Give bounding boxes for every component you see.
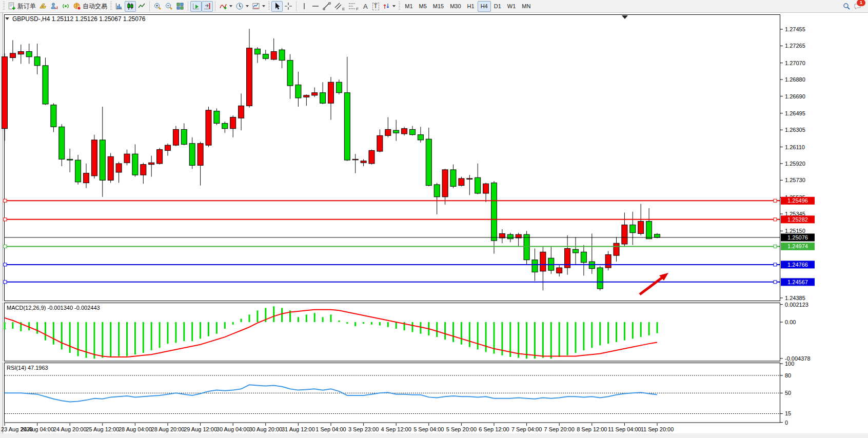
hline-handle[interactable] bbox=[774, 245, 777, 248]
hline-handle[interactable] bbox=[4, 218, 7, 221]
price-axis-label: 1.25730 bbox=[785, 177, 805, 183]
zoom-in-button[interactable] bbox=[152, 1, 163, 12]
timeframe-D1[interactable]: D1 bbox=[491, 1, 504, 12]
tile-windows-button[interactable] bbox=[174, 1, 186, 12]
hline-handle[interactable] bbox=[774, 281, 777, 284]
hline-handle[interactable] bbox=[4, 199, 7, 202]
date-axis-label: 7 Sep 04:00 bbox=[511, 426, 542, 432]
fibonacci-tool-button[interactable]: F bbox=[346, 1, 360, 12]
candle-body bbox=[108, 156, 113, 180]
candle-body bbox=[450, 170, 456, 186]
crosshair-icon bbox=[284, 2, 292, 10]
zoom-out-button[interactable] bbox=[163, 1, 174, 12]
new-order-button[interactable]: 新订单 bbox=[6, 1, 37, 12]
candle-body bbox=[157, 150, 163, 164]
candle-body bbox=[507, 234, 513, 239]
timeframe-M15[interactable]: M15 bbox=[430, 1, 447, 12]
notification-badge: 1 bbox=[857, 0, 865, 6]
hline-handle[interactable] bbox=[4, 263, 7, 266]
candle-body bbox=[247, 48, 252, 106]
timeframe-M30[interactable]: M30 bbox=[447, 1, 464, 12]
trendline-tool-button[interactable] bbox=[321, 1, 332, 12]
price-axis-label: 1.26495 bbox=[785, 110, 805, 116]
timeframe-M1[interactable]: M1 bbox=[402, 1, 416, 12]
crosshair-tool-button[interactable] bbox=[283, 1, 294, 12]
candlestick-chart-button[interactable] bbox=[125, 1, 136, 12]
candle-body bbox=[369, 150, 374, 164]
candle-body bbox=[312, 93, 318, 95]
candle-body bbox=[605, 254, 611, 268]
hline-handle[interactable] bbox=[4, 281, 7, 284]
price-tag-label: 1.25282 bbox=[787, 216, 808, 223]
chart-title: GBPUSD-,H4 1.25112 1.25126 1.25067 1.250… bbox=[12, 15, 146, 23]
candle-body bbox=[173, 129, 179, 145]
price-axis-label: 1.26690 bbox=[785, 93, 805, 99]
vertical-line-tool-button[interactable] bbox=[299, 1, 310, 12]
autotrade-button[interactable]: 自动交易 bbox=[71, 1, 109, 12]
equidistant-channel-tool-button[interactable]: E bbox=[332, 1, 346, 12]
candle-body bbox=[581, 252, 586, 262]
hline-handle[interactable] bbox=[4, 245, 7, 248]
candle-body bbox=[352, 159, 358, 160]
templates-button[interactable] bbox=[250, 1, 267, 12]
candle-body bbox=[279, 50, 285, 60]
auto-scroll-button[interactable] bbox=[190, 1, 202, 12]
text-label-tool-button[interactable]: T bbox=[370, 1, 381, 12]
notifications-button[interactable]: 1 bbox=[852, 1, 863, 12]
text-label-tool-icon: T bbox=[372, 3, 379, 10]
candle-body bbox=[271, 52, 277, 59]
chart-shift-button[interactable] bbox=[202, 1, 213, 12]
chart-window: 1.274551.272651.270701.268801.266901.264… bbox=[0, 13, 868, 438]
candle-body bbox=[655, 234, 660, 237]
candle-body bbox=[214, 111, 220, 124]
candle-body bbox=[10, 53, 15, 58]
autotrade-label: 自动交易 bbox=[83, 2, 107, 11]
candle-body bbox=[418, 135, 423, 140]
trader-button[interactable] bbox=[49, 1, 60, 12]
candle-body bbox=[59, 127, 65, 159]
hline-handle[interactable] bbox=[774, 218, 777, 221]
timeframe-H4[interactable]: H4 bbox=[478, 1, 491, 12]
timeframe-H1[interactable]: H1 bbox=[464, 1, 478, 12]
tile-windows-icon bbox=[176, 2, 184, 10]
date-axis-label: 29 Aug 12:00 bbox=[184, 426, 217, 432]
price-axis-label: 1.25920 bbox=[785, 161, 805, 167]
chart-canvas[interactable]: 1.274551.272651.270701.268801.266901.264… bbox=[0, 13, 868, 438]
search-icon bbox=[842, 2, 851, 10]
line-chart-button[interactable] bbox=[136, 1, 147, 12]
timeframe-MN[interactable]: MN bbox=[519, 1, 534, 12]
candle-body bbox=[84, 173, 89, 183]
rsi-axis-label: 0 bbox=[785, 420, 788, 426]
candle-body bbox=[132, 154, 138, 175]
candlestick-chart-icon bbox=[126, 2, 134, 10]
new-order-label: 新订单 bbox=[17, 2, 36, 11]
arrows-tool-button[interactable] bbox=[381, 1, 397, 12]
candle-body bbox=[198, 144, 203, 166]
candle-body bbox=[491, 183, 497, 241]
price-axis-label: 1.26110 bbox=[785, 144, 805, 150]
candle-body bbox=[287, 61, 293, 86]
hline-handle[interactable] bbox=[774, 263, 777, 266]
signal-button[interactable] bbox=[60, 1, 71, 12]
date-axis-label: 24 Aug 04:00 bbox=[21, 426, 54, 432]
bar-chart-button[interactable] bbox=[113, 1, 125, 12]
rsi-axis-label: 15 bbox=[785, 410, 791, 416]
indicators-button[interactable] bbox=[218, 1, 234, 12]
autotrade-globe-icon bbox=[73, 2, 81, 10]
periods-button[interactable] bbox=[234, 1, 250, 12]
candle-body bbox=[614, 243, 619, 255]
candle-body bbox=[91, 140, 97, 176]
cursor-tool-button[interactable] bbox=[271, 1, 283, 12]
gold-button[interactable] bbox=[37, 1, 49, 12]
horizontal-line-tool-button[interactable] bbox=[310, 1, 321, 12]
channel-sub-label: E bbox=[342, 7, 345, 11]
search-button[interactable] bbox=[841, 1, 852, 12]
hline-handle[interactable] bbox=[774, 199, 777, 202]
candle-body bbox=[336, 82, 342, 92]
date-axis-label: 11 Sep 04:00 bbox=[608, 426, 641, 432]
text-tool-button[interactable]: A bbox=[360, 1, 370, 12]
timeframe-W1[interactable]: W1 bbox=[504, 1, 519, 12]
chart-pane bbox=[5, 303, 780, 362]
candle-body bbox=[18, 52, 24, 54]
timeframe-M5[interactable]: M5 bbox=[416, 1, 430, 12]
